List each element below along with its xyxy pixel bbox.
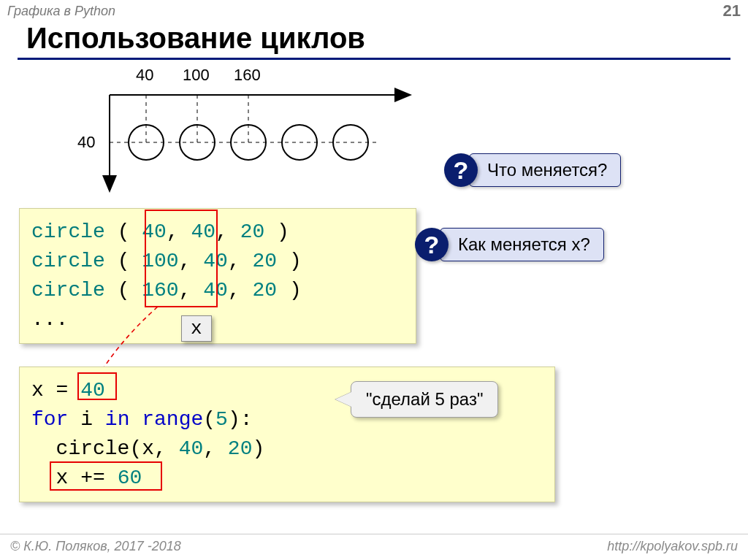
topbar: Графика в Python 21	[0, 0, 748, 20]
copyright: © К.Ю. Поляков, 2017 -2018	[10, 539, 181, 554]
callout-changes: ? Что меняется?	[444, 153, 621, 187]
callout-x-changes: ? Как меняется x?	[415, 228, 604, 261]
question-icon: ?	[444, 153, 478, 187]
page-number: 21	[723, 1, 741, 20]
do-five-times-bubble: "сделай 5 раз"	[351, 381, 498, 418]
question-icon: ?	[415, 228, 449, 261]
callout-text: Как меняется x?	[440, 228, 604, 261]
topic-label: Графика в Python	[7, 4, 115, 19]
site-url: http://kpolyakov.spb.ru	[607, 539, 738, 554]
footer: © К.Ю. Поляков, 2017 -2018 http://kpolya…	[0, 534, 748, 560]
callout-text: Что меняется?	[469, 153, 621, 187]
slide-title: Использование циклов	[26, 22, 748, 55]
title-underline	[18, 58, 730, 60]
